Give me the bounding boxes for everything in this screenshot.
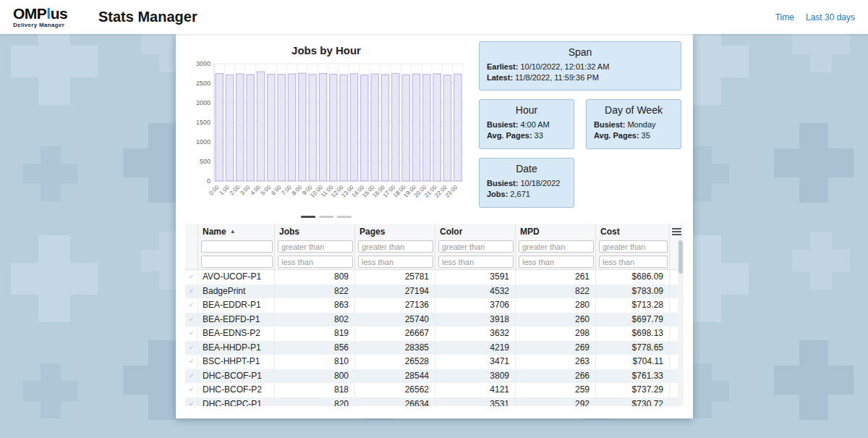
column-label-jobs: Jobs [279,227,299,237]
column-header-name[interactable]: Name▲ [198,224,275,239]
jobs-filter-less[interactable] [278,256,353,268]
row-check-icon: ✓ [189,341,195,355]
table-row[interactable]: ✓BEA-HHDP-P1856283854219269$778.65 [185,341,684,355]
column-label-color: Color [440,227,462,237]
date-box: Date Busiest:10/18/2022 Jobs:2,671 [479,158,574,208]
table-body: ✓AVO-UCOF-P1809257813591261$686.09✓Badge… [185,270,684,406]
row-check-cell: ✓ [185,369,198,384]
chart-page-3[interactable] [337,216,352,218]
chart-title: Jobs by Hour [185,44,467,56]
cell-mpd: 292 [516,397,596,407]
cell-jobs: 800 [275,369,355,384]
row-check-icon: ✓ [189,270,195,285]
row-check-icon: ✓ [189,298,195,313]
logo-text: OMPlus [13,6,82,21]
bar-6:00 [278,75,285,181]
bar-18:00 [402,75,409,181]
cell-pages: 27194 [355,285,435,299]
cell-mpd: 261 [516,270,596,285]
cell-color: 3531 [435,397,516,407]
name-filter-less[interactable] [201,256,273,268]
column-header-color[interactable]: Color [435,224,516,239]
filter-cell-mpd [516,239,596,254]
day-of-week-box: Day of Week Busiest:Monday Avg. Pages:35 [586,99,681,149]
row-check-icon: ✓ [189,355,195,369]
x-tick-label: 4:00 [250,184,263,197]
row-check-cell: ✓ [185,270,198,285]
cell-color: 3809 [435,369,516,384]
cell-cost: $697.79 [596,313,670,327]
mpd-filter-less[interactable] [519,256,594,268]
table-header-row: Name▲JobsPagesColorMPDCost [185,224,684,239]
nav-time-link[interactable]: Time [775,12,794,22]
cell-mpd: 822 [516,285,596,299]
row-check-cell: ✓ [185,327,198,341]
table-row[interactable]: ✓BSC-HHPT-P1810265283471263$704.11 [185,355,684,369]
cell-pages: 26528 [355,355,435,369]
table-row[interactable]: ✓DHC-BCOF-P2818265624121259$737.29 [185,383,684,397]
cell-jobs: 810 [275,355,355,369]
chart-page-1[interactable] [301,216,315,218]
nav-range-link[interactable]: Last 30 days [806,12,855,22]
mpd-filter-greater[interactable] [519,240,594,253]
cell-mpd: 263 [516,355,596,369]
color-filter-greater[interactable] [438,240,514,253]
cell-name: BEA-HHDP-P1 [198,341,275,355]
cell-mpd: 298 [516,327,596,341]
scrollbar-thumb[interactable] [678,240,683,274]
cell-jobs: 809 [275,270,355,285]
row-check-cell: ✓ [185,298,198,313]
cell-color: 3591 [435,270,516,285]
cell-jobs: 863 [275,298,355,313]
table-scrollbar[interactable] [678,239,684,406]
column-header-jobs[interactable]: Jobs [275,224,355,239]
table-row[interactable]: ✓BEA-EDDR-P1863271363706280$713.28 [185,298,684,313]
name-filter-greater[interactable] [201,240,273,253]
cell-name: DHC-BCPC-P1 [198,397,275,407]
color-filter-less[interactable] [438,256,514,268]
table-row[interactable]: ✓AVO-UCOF-P1809257813591261$686.09 [185,270,684,285]
table-row[interactable]: ✓DHC-BCPC-P1820266343531292$730.72 [185,397,684,407]
x-tick-label: 6:00 [270,184,283,197]
filter-cell-cost [596,254,670,269]
x-tick-label: 5:00 [260,184,273,197]
bar-21:00 [433,74,441,181]
bar-11:00 [330,74,337,181]
cost-filter-greater[interactable] [599,240,668,253]
select-column-header [185,224,198,239]
cell-name: BadgePrint [198,285,275,299]
row-check-cell: ✓ [185,355,198,369]
table-row[interactable]: ✓BEA-EDFD-P1802257403918260$697.79 [185,313,684,327]
cell-cost: $737.29 [596,383,670,397]
y-tick-label: 500 [200,158,210,165]
pages-filter-less[interactable] [358,256,433,268]
table-row[interactable]: ✓DHC-BCOF-P1800285443809266$761.33 [185,369,684,384]
top-bar: OMPlus Delivery Manager Stats Manager Ti… [0,0,868,34]
row-check-icon: ✓ [189,383,195,397]
cell-name: DHC-BCOF-P1 [198,369,275,384]
cell-pages: 25740 [355,313,435,327]
cell-name: BEA-EDFD-P1 [198,313,275,327]
column-header-pages[interactable]: Pages [355,224,435,239]
filter-row-1 [185,239,684,254]
table-row[interactable]: ✓BadgePrint822271944532822$783.09 [185,285,684,299]
cost-filter-less[interactable] [599,256,668,268]
hour-box: Hour Busiest:4:00 AM Avg. Pages:33 [479,99,574,149]
bar-7:00 [288,74,295,181]
span-box-title: Span [487,46,673,58]
cell-name: BEA-EDDR-P1 [198,298,275,313]
filter-row-2 [185,254,684,270]
pages-filter-greater[interactable] [358,240,433,253]
bar-10:00 [319,74,326,181]
hour-box-title: Hour [487,104,566,116]
cell-jobs: 802 [275,313,355,327]
x-tick-label: 3:00 [239,184,252,197]
table-row[interactable]: ✓BEA-EDNS-P2819266673632298$698.13 [185,327,684,341]
column-header-mpd[interactable]: MPD [516,224,596,239]
cell-mpd: 269 [516,341,596,355]
bar-19:00 [412,74,420,181]
column-header-cost[interactable]: Cost [596,224,670,239]
table-menu-button[interactable] [672,228,681,235]
jobs-filter-greater[interactable] [278,240,353,253]
chart-page-2[interactable] [319,216,333,218]
